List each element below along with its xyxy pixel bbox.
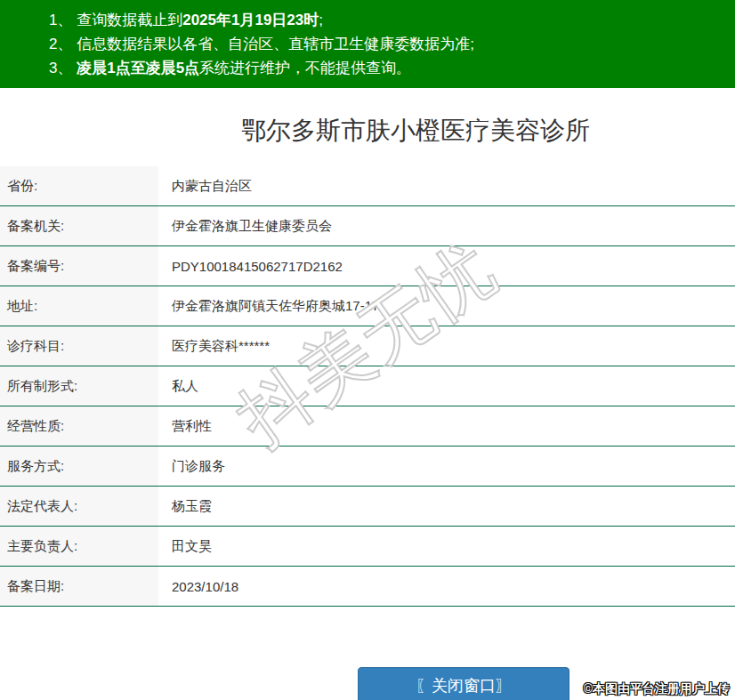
row-value: 伊金霍洛旗卫生健康委员会 [158,206,735,245]
table-row-legal-representative: 法定代表人: 杨玉霞 [0,487,735,527]
notice-bold-text: 凌晨1点至凌晨5点 [77,60,199,76]
row-value: 伊金霍洛旗阿镇天佐华府奥城17-17 [158,286,735,326]
row-label: 备案机关: [0,206,158,245]
notice-line-2: 2、 信息数据结果以各省、自治区、直辖市卫生健康委数据为准; [49,32,726,56]
notice-text: 2、 信息数据结果以各省、自治区、直辖市卫生健康委数据为准; [49,36,474,52]
table-row-ownership-form: 所有制形式: 私人 [0,366,735,406]
row-value: 营利性 [158,406,735,446]
notice-text: ; [319,12,323,28]
row-value: 门诊服务 [158,447,735,486]
table-row-service-mode: 服务方式: 门诊服务 [0,447,735,487]
row-value: 医疗美容科****** [158,326,735,366]
row-label: 备案日期: [0,567,158,606]
notice-text: 3、 [49,60,77,76]
notice-text: 系统进行维护，不能提供查询。 [199,60,411,76]
table-row-filing-date: 备案日期: 2023/10/18 [0,567,735,607]
notice-text: 1、 查询数据截止到 [49,12,182,28]
row-value: 私人 [158,366,735,406]
row-label: 服务方式: [0,447,158,486]
row-label: 主要负责人: [0,527,158,566]
row-value: 杨玉霞 [158,487,735,526]
row-value: PDY10018415062717D2162 [158,246,735,286]
page-title: 鄂尔多斯市肤小橙医疗美容诊所 [0,88,735,166]
close-window-button[interactable]: 〖关闭窗口〗 [358,667,569,700]
table-row-filing-authority: 备案机关: 伊金霍洛旗卫生健康委员会 [0,206,735,246]
table-row-person-in-charge: 主要负责人: 田文昊 [0,527,735,567]
table-row-province: 省份: 内蒙古自治区 [0,166,735,206]
row-value: 田文昊 [158,527,735,566]
row-label: 省份: [0,166,158,205]
row-value: 2023/10/18 [158,567,735,606]
row-value: 内蒙古自治区 [158,166,735,205]
notice-line-3: 3、 凌晨1点至凌晨5点系统进行维护，不能提供查询。 [49,56,726,80]
table-row-business-nature: 经营性质: 营利性 [0,406,735,447]
notice-bold-text: 2025年1月19日23时 [182,12,319,28]
table-row-filing-number: 备案编号: PDY10018415062717D2162 [0,246,735,286]
table-row-address: 地址: 伊金霍洛旗阿镇天佐华府奥城17-17 [0,286,735,326]
notice-line-1: 1、 查询数据截止到2025年1月19日23时; [49,8,726,32]
table-row-medical-subjects: 诊疗科目: 医疗美容科****** [0,326,735,366]
notice-bar: 1、 查询数据截止到2025年1月19日23时; 2、 信息数据结果以各省、自治… [0,0,735,88]
copyright-note: ©本图由平台注册用户上传 [584,681,730,697]
row-label: 诊疗科目: [0,326,158,366]
row-label: 备案编号: [0,246,158,286]
row-label: 经营性质: [0,406,158,446]
row-label: 地址: [0,286,158,326]
info-table: 省份: 内蒙古自治区 备案机关: 伊金霍洛旗卫生健康委员会 备案编号: PDY1… [0,166,735,607]
row-label: 法定代表人: [0,487,158,526]
row-label: 所有制形式: [0,366,158,406]
